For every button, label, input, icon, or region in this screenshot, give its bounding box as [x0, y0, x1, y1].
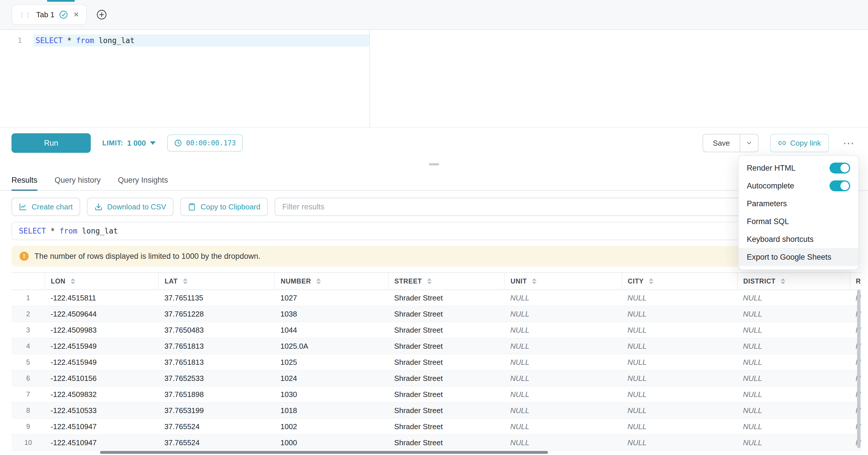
vertical-scrollbar[interactable] — [857, 290, 861, 448]
column-header-unit[interactable]: UNIT — [504, 273, 622, 290]
table-cell[interactable]: NULL — [622, 434, 737, 451]
table-cell[interactable]: 37.7652533 — [159, 370, 275, 386]
table-cell[interactable]: 1038 — [275, 306, 388, 322]
table-cell[interactable]: NULL — [622, 419, 737, 434]
table-cell[interactable]: NULL — [622, 290, 737, 306]
table-cell[interactable]: NULL — [622, 354, 737, 370]
save-button[interactable]: Save — [703, 134, 740, 152]
table-cell[interactable]: 37.7651135 — [159, 290, 275, 306]
menu-item-keyboard-shortcuts[interactable]: Keyboard shortcuts — [739, 231, 858, 248]
menu-item-parameters[interactable]: Parameters — [739, 195, 858, 213]
table-cell[interactable]: NULL — [622, 306, 737, 322]
table-cell[interactable]: 37.765524 — [159, 434, 275, 451]
table-cell[interactable]: 1030 — [275, 386, 388, 402]
table-row[interactable]: 4-122.451594937.76518131025.0AShrader St… — [11, 338, 861, 354]
download-csv-button[interactable]: Download to CSV — [87, 198, 174, 216]
resize-handle[interactable] — [429, 163, 439, 165]
menu-item-format-sql[interactable]: Format SQL — [739, 213, 858, 231]
tab-query-insights[interactable]: Query Insights — [118, 170, 168, 190]
table-cell[interactable]: -122.4510947 — [45, 434, 159, 451]
table-cell[interactable]: 1018 — [275, 402, 388, 419]
menu-item-autocomplete[interactable]: Autocomplete — [739, 177, 858, 195]
create-chart-button[interactable]: Create chart — [11, 198, 80, 216]
table-cell[interactable]: 1025 — [275, 354, 388, 370]
add-tab-button[interactable] — [96, 9, 107, 21]
sort-icon[interactable] — [532, 278, 536, 284]
column-header-lat[interactable]: LAT — [159, 273, 275, 290]
table-cell[interactable]: NULL — [622, 451, 737, 455]
table-cell[interactable]: 37.765524 — [159, 419, 275, 434]
table-cell[interactable]: NULL — [850, 451, 861, 455]
table-cell[interactable]: NULL — [737, 419, 850, 434]
table-cell[interactable]: NULL — [504, 338, 622, 354]
table-cell[interactable]: -122.4510947 — [45, 419, 159, 434]
sort-icon[interactable] — [71, 278, 75, 284]
table-cell[interactable]: Shrader Street — [388, 306, 504, 322]
toggle-switch[interactable] — [830, 162, 850, 174]
table-cell[interactable]: NULL — [737, 434, 850, 451]
table-cell[interactable]: NULL — [737, 402, 850, 419]
table-cell[interactable]: Shrader Street — [388, 434, 504, 451]
copy-to-clipboard-button[interactable]: Copy to Clipboard — [180, 198, 268, 216]
sort-icon[interactable] — [316, 278, 321, 284]
table-cell[interactable]: -122.4509644 — [45, 306, 159, 322]
code-area[interactable]: SELECT * from long_lat — [33, 30, 868, 127]
table-cell[interactable]: NULL — [737, 290, 850, 306]
column-header-district[interactable]: DISTRICT — [737, 273, 850, 290]
run-button[interactable]: Run — [11, 133, 91, 153]
table-cell[interactable]: NULL — [737, 322, 850, 338]
table-row[interactable]: 2-122.450964437.76512281038Shrader Stree… — [11, 306, 861, 322]
sort-icon[interactable] — [427, 278, 432, 284]
table-row[interactable]: 8-122.451053337.76531991018Shrader Stree… — [11, 402, 861, 419]
table-cell[interactable]: NULL — [622, 386, 737, 402]
table-cell[interactable]: 1025.0A — [275, 338, 388, 354]
table-cell[interactable]: 1027 — [275, 290, 388, 306]
menu-item-export-to-google-sheets[interactable]: Export to Google Sheets — [739, 248, 858, 266]
table-cell[interactable]: -122.4515949 — [45, 338, 159, 354]
toggle-switch[interactable] — [830, 180, 850, 191]
column-header-lon[interactable]: LON — [45, 273, 159, 290]
limit-dropdown[interactable]: LIMIT: 1 000 — [102, 139, 156, 148]
table-cell[interactable]: NULL — [622, 370, 737, 386]
more-options-button[interactable]: ⋯ — [840, 137, 857, 149]
table-cell[interactable]: -122.4510533 — [45, 402, 159, 419]
table-cell[interactable]: NULL — [504, 306, 622, 322]
save-dropdown-button[interactable] — [740, 134, 758, 152]
table-cell[interactable]: NULL — [504, 402, 622, 419]
copy-link-button[interactable]: Copy link — [770, 134, 829, 152]
column-header-city[interactable]: CITY — [622, 273, 737, 290]
tab-results[interactable]: Results — [11, 170, 37, 190]
tab-1[interactable]: ⋮⋮ Tab 1 ✕ — [11, 4, 87, 25]
table-cell[interactable]: 37.7651228 — [159, 306, 275, 322]
table-row[interactable]: 7-122.450983237.76518981030Shrader Stree… — [11, 386, 861, 402]
sort-icon[interactable] — [649, 278, 653, 284]
table-cell[interactable]: NULL — [622, 338, 737, 354]
table-cell[interactable]: 37.7651898 — [159, 386, 275, 402]
table-row[interactable]: 1-122.451581137.76511351027Shrader Stree… — [11, 290, 861, 306]
table-cell[interactable]: NULL — [737, 386, 850, 402]
table-cell[interactable]: NULL — [504, 290, 622, 306]
table-cell[interactable]: 1000 — [275, 434, 388, 451]
sort-icon[interactable] — [183, 278, 188, 284]
table-cell[interactable]: Shrader Street — [388, 290, 504, 306]
table-cell[interactable]: -122.4509983 — [45, 322, 159, 338]
table-cell[interactable]: Shrader Street — [388, 370, 504, 386]
table-cell[interactable]: NULL — [737, 370, 850, 386]
table-cell[interactable]: 1044 — [275, 322, 388, 338]
close-tab-icon[interactable]: ✕ — [73, 11, 79, 19]
table-row[interactable]: 6-122.451015637.76525331024Shrader Stree… — [11, 370, 861, 386]
table-cell[interactable]: -122.4515949 — [45, 354, 159, 370]
sql-editor[interactable]: 1 SELECT * from long_lat — [0, 30, 868, 127]
table-cell[interactable]: NULL — [504, 322, 622, 338]
tab-query-history[interactable]: Query history — [55, 170, 101, 190]
table-cell[interactable]: 1002 — [275, 419, 388, 434]
table-cell[interactable]: Shrader Street — [388, 354, 504, 370]
table-row[interactable]: 3-122.450998337.76504831044Shrader Stree… — [11, 322, 861, 338]
table-cell[interactable]: -122.4515811 — [45, 290, 159, 306]
column-header-number[interactable]: NUMBER — [275, 273, 388, 290]
table-cell[interactable]: -122.4510156 — [45, 370, 159, 386]
sort-icon[interactable] — [781, 278, 785, 284]
table-cell[interactable]: 37.7651813 — [159, 338, 275, 354]
table-cell[interactable]: 37.7651813 — [159, 354, 275, 370]
table-cell[interactable]: NULL — [622, 402, 737, 419]
